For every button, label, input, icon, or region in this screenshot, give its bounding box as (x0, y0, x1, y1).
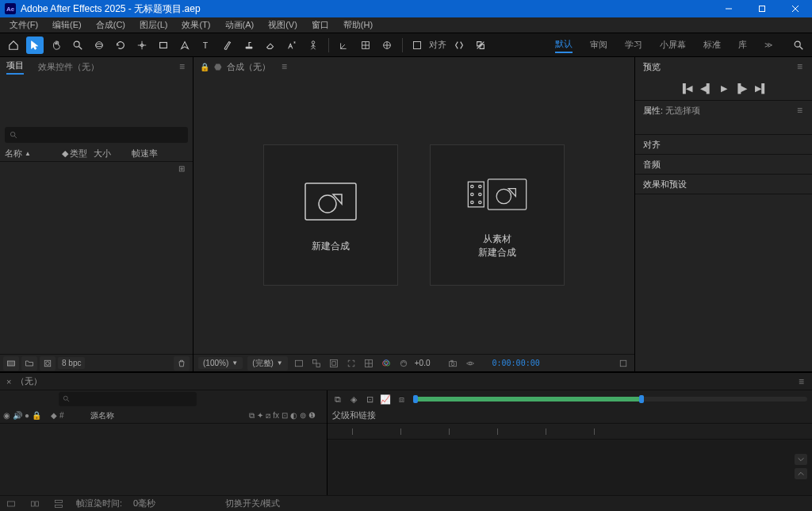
timeline-close-icon[interactable]: × (6, 377, 11, 386)
effects-panel-title[interactable]: 效果和预设 (643, 179, 687, 190)
timeline-tab[interactable]: （无） (16, 375, 42, 387)
parent-col[interactable]: 父级和链接 (332, 409, 376, 421)
comp-shy-icon[interactable]: ⧉ (332, 394, 343, 405)
fast-preview-icon[interactable] (293, 357, 305, 370)
comp-mb-icon[interactable]: ⊡ (364, 394, 375, 405)
local-axis-icon[interactable] (335, 36, 353, 54)
shy-icon[interactable]: ⧉ (249, 411, 255, 421)
minimize-button[interactable] (712, 0, 745, 17)
time-ruler[interactable] (327, 424, 812, 440)
anchor-tool[interactable] (133, 36, 151, 54)
preview-menu-icon[interactable]: ≡ (797, 61, 804, 72)
solo-col-icon[interactable]: ● (25, 411, 29, 420)
col-type[interactable]: ◆ 类型 (62, 148, 94, 159)
show-snapshot-icon[interactable] (464, 357, 477, 370)
frame-blend-icon[interactable]: ⧄ (266, 411, 270, 421)
roto-tool[interactable] (283, 36, 301, 54)
pen-tool[interactable] (176, 36, 193, 54)
prev-frame-icon[interactable]: ◀▌ (700, 83, 713, 94)
workspace-review[interactable]: 审阅 (590, 37, 607, 52)
flowchart-icon[interactable]: ⊞ (178, 164, 185, 173)
motion-blur-icon[interactable]: ⊡ (282, 411, 288, 421)
audio-panel-title[interactable]: 音频 (643, 159, 661, 171)
snap-top-icon[interactable] (795, 454, 807, 465)
comp-tab[interactable]: 合成（无） (227, 61, 270, 73)
timeline-search-input[interactable] (59, 392, 197, 406)
tab-effect-controls[interactable]: 效果控件（无） (38, 61, 99, 73)
timecode[interactable]: 0:00:00:00 (492, 359, 540, 367)
new-comp-icon[interactable] (40, 356, 56, 371)
new-folder-icon[interactable] (21, 356, 37, 371)
comp-fb-icon[interactable]: ◈ (348, 394, 359, 405)
zoom-tool[interactable] (69, 36, 86, 54)
exposure-value[interactable]: +0.0 (415, 359, 431, 367)
lock-col-icon[interactable]: 🔒 (32, 411, 41, 420)
menu-file[interactable]: 文件(F) (3, 17, 44, 33)
new-comp-from-footage-card[interactable]: 从素材新建合成 (430, 144, 565, 286)
menu-effect[interactable]: 效果(T) (175, 17, 216, 33)
zoom-dropdown[interactable]: (100%)▼ (198, 357, 243, 369)
expand-icon[interactable] (52, 498, 65, 509)
search-help-icon[interactable] (790, 36, 807, 54)
source-col[interactable]: 源名称 (90, 410, 114, 421)
props-menu-icon[interactable]: ≡ (797, 105, 804, 116)
view-axis-icon[interactable] (378, 36, 396, 54)
home-button[interactable] (5, 36, 22, 54)
snap-bot-icon[interactable] (795, 468, 807, 479)
audio-col-icon[interactable]: 🔊 (13, 411, 22, 420)
col-fps[interactable]: 帧速率 (132, 148, 171, 159)
resolution-dropdown[interactable]: (完整)▼ (247, 356, 288, 371)
next-frame-icon[interactable]: ▐▶ (735, 83, 748, 94)
grid-icon[interactable] (362, 357, 375, 370)
align-panel-title[interactable]: 对齐 (643, 139, 661, 151)
col-name[interactable]: 名称 ▲ (5, 148, 62, 159)
rect-tool[interactable] (155, 36, 172, 54)
roi-icon[interactable] (345, 357, 358, 370)
toggle-modes-icon[interactable] (29, 498, 41, 509)
hand-tool[interactable] (48, 36, 65, 54)
maximize-button[interactable] (745, 0, 779, 17)
snap-toggle[interactable] (409, 36, 425, 54)
transparency-grid-icon[interactable] (310, 357, 323, 370)
lock-icon[interactable]: 🔒 (200, 63, 209, 71)
snapshot-icon[interactable] (446, 357, 459, 370)
menu-layer[interactable]: 图层(L) (133, 17, 174, 33)
menu-edit[interactable]: 编辑(E) (46, 17, 88, 33)
exposure-reset-icon[interactable] (397, 357, 410, 370)
workspace-standard[interactable]: 标准 (703, 37, 721, 52)
menu-window[interactable]: 窗口 (305, 17, 335, 33)
project-search-input[interactable] (5, 127, 188, 143)
workspace-more-icon[interactable]: ≫ (764, 39, 772, 51)
eraser-tool[interactable] (262, 36, 279, 54)
brush-tool[interactable] (219, 36, 236, 54)
workspace-library[interactable]: 库 (738, 37, 747, 52)
comp-panel-menu-icon[interactable]: ≡ (282, 61, 289, 72)
switch-mode-label[interactable]: 切换开关/模式 (225, 498, 280, 509)
workspace-small[interactable]: 小屏幕 (660, 37, 686, 52)
rotate-tool[interactable] (112, 36, 129, 54)
menu-animation[interactable]: 动画(A) (219, 17, 261, 33)
workspace-learn[interactable]: 学习 (625, 37, 642, 52)
fx-icon[interactable]: ✦ (257, 411, 263, 421)
menu-help[interactable]: 帮助(H) (337, 17, 379, 33)
num-col-icon[interactable]: # (59, 411, 64, 420)
workspace-default[interactable]: 默认 (555, 36, 573, 53)
bpc-button[interactable]: 8 bpc (58, 357, 85, 369)
orbit-tool[interactable] (90, 36, 108, 54)
label-col-icon[interactable]: ◆ (51, 411, 57, 420)
delete-icon[interactable] (174, 356, 190, 371)
render-settings-icon[interactable] (617, 357, 630, 370)
first-frame-icon[interactable]: ▐◀ (680, 83, 692, 94)
color-mgmt-icon[interactable] (380, 357, 393, 370)
col-size[interactable]: 大小 (94, 148, 132, 159)
project-panel-menu-icon[interactable]: ≡ (179, 61, 186, 72)
type-tool[interactable]: T (197, 36, 215, 54)
puppet-tool[interactable] (304, 36, 322, 54)
close-button[interactable] (779, 0, 812, 17)
new-comp-card[interactable]: 新建合成 (263, 144, 398, 286)
mask-icon[interactable] (327, 357, 340, 370)
3d-icon[interactable]: ⊚ (300, 411, 306, 421)
snap-options-icon[interactable] (450, 36, 468, 54)
graph-icon[interactable]: 📈 (380, 394, 391, 405)
interpret-footage-icon[interactable] (3, 356, 19, 371)
